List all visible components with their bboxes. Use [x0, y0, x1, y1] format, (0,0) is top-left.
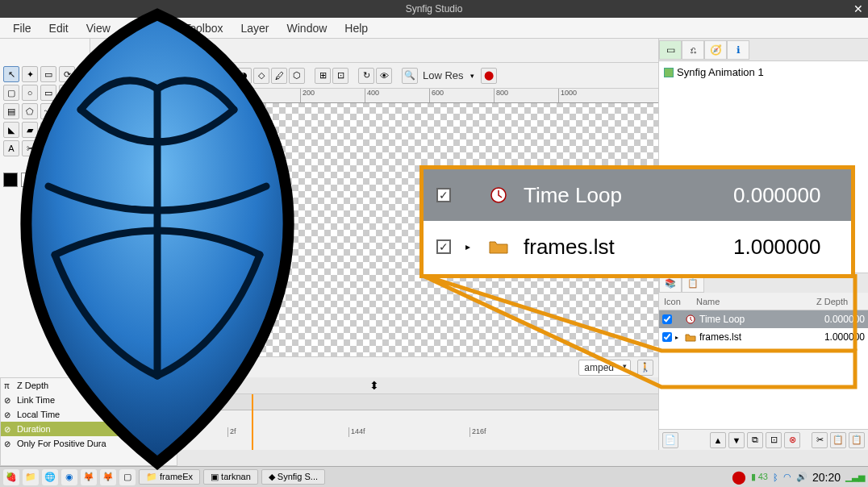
gimp-icon[interactable]: 🦊 [100, 469, 116, 485]
interpolation-dropdown[interactable]: amped [578, 360, 631, 376]
stop-icon[interactable]: ⬤ [481, 68, 497, 84]
transform-tool[interactable]: ↖ [3, 66, 19, 82]
param-row[interactable]: ⊘ Local Time 0f [1, 407, 177, 422]
taskbar-item[interactable]: 📁 frameEx [139, 469, 200, 485]
menu-canvas[interactable]: Canvas [120, 20, 174, 36]
delete-icon[interactable]: ⊗ [784, 432, 800, 448]
group-icon[interactable]: ⊡ [766, 432, 782, 448]
taskbar-item[interactable]: ▣ tarknan [203, 469, 258, 485]
smooth-move-tool[interactable]: ✦ [22, 66, 38, 82]
onion-button[interactable]: ◉ [200, 68, 216, 84]
rectangle-tool[interactable]: ▭ [40, 85, 56, 101]
info-tab-icon[interactable]: ℹ [727, 40, 749, 60]
redo-button[interactable]: ↷ [131, 68, 147, 84]
zoom-tool[interactable]: 🔍 [59, 140, 75, 156]
width-tool[interactable]: ◣ [3, 122, 19, 138]
firefox-icon[interactable]: 🦊 [81, 469, 97, 485]
menu-toolbox[interactable]: Toolbox [176, 20, 231, 36]
lower-icon[interactable]: ▼ [728, 432, 745, 448]
show-icon[interactable]: 👁 [376, 68, 392, 84]
filemanager-icon[interactable]: 📁 [23, 469, 39, 485]
paste-icon[interactable]: 📋 [849, 432, 865, 448]
param-row[interactable]: ⊘ Link Time [1, 393, 177, 407]
layer-visible-checkbox[interactable] [662, 314, 672, 324]
resize-vert-icon[interactable]: ⬍ [369, 379, 379, 392]
layer-row[interactable]: Time Loop 0.000000 [659, 310, 868, 328]
undo-button[interactable]: ↶ [113, 68, 129, 84]
dropdown-arrow-icon[interactable]: ▾ [470, 72, 474, 80]
resolution-label[interactable]: Low Res [423, 69, 464, 81]
snap-icon[interactable]: ⊡ [332, 68, 348, 84]
param-row[interactable]: ⊘ Duration 40f [1, 422, 177, 436]
save-button[interactable]: 💾 [95, 68, 111, 84]
navigator-tab-icon[interactable]: 🧭 [704, 40, 727, 60]
tree-root[interactable]: Synfig Animation 1 [664, 66, 863, 78]
person-icon[interactable]: 🚶 [637, 360, 653, 376]
raise-icon[interactable]: ▲ [710, 432, 726, 448]
polygon-tool[interactable]: ⬠ [22, 103, 38, 119]
browser-icon[interactable]: 🌐 [42, 469, 58, 485]
onion-past-icon[interactable]: ◐ [218, 68, 234, 84]
mirror-tool[interactable]: ▢ [3, 85, 19, 101]
volume-icon[interactable]: 🔊 [796, 472, 807, 482]
bluetooth-icon[interactable]: ᛒ [773, 472, 778, 482]
fill-tool[interactable]: ▰ [22, 122, 38, 138]
eyedrop-tool[interactable]: ✑ [40, 122, 56, 138]
param-row[interactable]: π Z Depth [1, 378, 177, 393]
keyframe-icon[interactable]: ◇ [253, 68, 269, 84]
layer-zdepth: 1.000000 [808, 331, 865, 343]
circle-tool[interactable]: ○ [22, 85, 38, 101]
taskbar-item[interactable]: ◆ Synfig S... [261, 469, 325, 485]
playhead[interactable] [252, 394, 253, 450]
scale-tool[interactable]: ▭ [40, 66, 56, 82]
menu-window[interactable]: Window [279, 20, 336, 36]
layers-list: Time Loop 0.000000 ▸ frames.lst 1.000000 [659, 310, 868, 429]
feather-icon[interactable]: 🖊 [271, 68, 287, 84]
render-button[interactable]: 🎬 [156, 68, 173, 84]
cut-icon[interactable]: ✂ [812, 432, 828, 448]
chromium-icon[interactable]: ◉ [61, 469, 77, 485]
menu-file[interactable]: File [5, 20, 40, 36]
onion-future-icon[interactable]: ◑ [236, 68, 252, 84]
layer-row[interactable]: ▸ frames.lst 1.000000 [659, 328, 868, 346]
new-layer-icon[interactable]: 📄 [662, 432, 678, 448]
menu-layer[interactable]: Layer [233, 20, 278, 36]
record-icon[interactable]: ⬤ [732, 469, 746, 485]
duplicate-icon[interactable]: ⧉ [747, 432, 763, 448]
cutout-tool[interactable]: ✂ [22, 140, 38, 156]
menu-view[interactable]: View [78, 20, 119, 36]
grid-icon[interactable]: ⊞ [315, 68, 331, 84]
text-tool[interactable]: A [3, 140, 19, 156]
brush-tool[interactable]: 🖌 [40, 140, 56, 156]
ruler-tick: -400 [106, 89, 171, 102]
gradient-tool[interactable]: ▤ [3, 103, 19, 119]
sketch-tool[interactable]: ◆ [59, 122, 75, 138]
copy-icon[interactable]: 📋 [830, 432, 846, 448]
rotate-tool[interactable]: ⟳ [59, 66, 75, 82]
history-tab-icon[interactable]: ⎌ [682, 40, 704, 60]
canvases-tab-icon[interactable]: ▭ [659, 40, 682, 60]
menu-edit[interactable]: Edit [41, 20, 77, 36]
spline-tool[interactable]: 〰 [40, 103, 56, 119]
duck-icon[interactable]: ⬡ [289, 68, 305, 84]
layer-zdepth: 0.000000 [808, 314, 865, 325]
raspberry-menu-icon[interactable]: 🍓 [3, 469, 19, 485]
menu-help[interactable]: Help [336, 20, 376, 36]
zoom-icon[interactable]: 🔍 [402, 68, 418, 84]
draw-tool[interactable]: ✎ [59, 103, 75, 119]
close-icon[interactable]: ✕ [853, 2, 863, 15]
fill-color[interactable] [21, 173, 35, 187]
clock[interactable]: 20:20 [812, 471, 841, 484]
tree-root-label: Synfig Animation 1 [677, 66, 764, 78]
refresh-icon[interactable]: ↻ [358, 68, 374, 84]
layer-visible-checkbox[interactable] [662, 332, 672, 342]
outline-color[interactable] [3, 173, 18, 187]
expand-icon[interactable]: ▸ [675, 334, 682, 341]
terminal-icon[interactable]: ▢ [119, 469, 136, 485]
star-tool[interactable]: ☆ [59, 85, 75, 101]
preview-button[interactable]: ▶ [174, 68, 190, 84]
file-tab[interactable]: *walkT... [95, 41, 152, 60]
wifi-icon[interactable]: ◠ [783, 472, 791, 482]
callout-layer-z: 0.000000 [733, 183, 838, 208]
param-row[interactable]: ⊘ Only For Positive Dura [1, 436, 177, 451]
